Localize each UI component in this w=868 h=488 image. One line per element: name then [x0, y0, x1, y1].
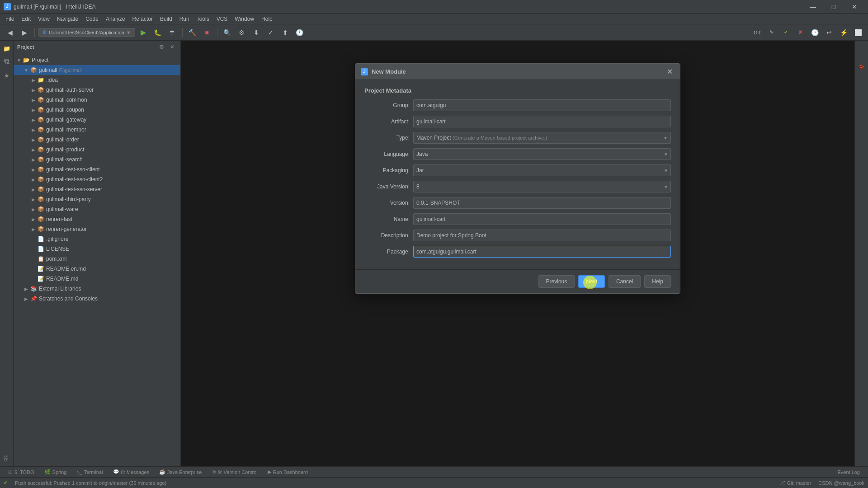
- tree-arrow: ▶: [30, 207, 37, 212]
- power-save-btn[interactable]: ⚡: [837, 26, 850, 39]
- database-btn[interactable]: 🗄: [1, 453, 13, 465]
- project-panel-header: Project ⚙ ✕: [14, 41, 180, 53]
- toolbar-forward-btn[interactable]: ▶: [18, 26, 31, 39]
- tree-item-gitignore[interactable]: 📄 .gitignore: [14, 234, 180, 244]
- language-select[interactable]: Java Kotlin Groovy: [413, 148, 671, 160]
- menu-view[interactable]: View: [34, 15, 53, 23]
- tree-item-renren-generator[interactable]: ▶ 📦 renren-generator: [14, 224, 180, 234]
- close-button[interactable]: ✕: [844, 0, 864, 13]
- tab-run-dashboard[interactable]: ▶ Run Dashboard: [263, 468, 312, 477]
- undo-btn[interactable]: ↩: [823, 26, 835, 39]
- tree-item-readme[interactable]: 📝 README.md: [14, 274, 180, 284]
- menu-vcs[interactable]: VCS: [213, 15, 231, 23]
- tree-item-gulimall[interactable]: ▼ 📦 gulimall F:\gulimall: [14, 65, 180, 75]
- vcs-push-btn[interactable]: ⬆: [279, 26, 292, 39]
- tree-item-renren-fast[interactable]: ▶ 📦 renren-fast: [14, 214, 180, 224]
- vcs-history-btn[interactable]: 🕐: [293, 26, 306, 39]
- version-input[interactable]: [413, 197, 671, 209]
- tree-item-product[interactable]: ▶ 📦 gulimall-product: [14, 145, 180, 155]
- menu-code[interactable]: Code: [82, 15, 102, 23]
- tree-item-search[interactable]: ▶ 📦 gulimall-search: [14, 155, 180, 164]
- type-selector[interactable]: Maven Project (Generate a Maven based pr…: [413, 132, 671, 144]
- tab-java-enterprise[interactable]: ☕ Java Enterprise: [155, 468, 206, 477]
- packaging-select[interactable]: Jar War: [413, 164, 671, 176]
- tree-item-gateway[interactable]: ▶ 📦 gulimall-gateway: [14, 115, 180, 125]
- search-everywhere-btn[interactable]: 🔍: [221, 26, 234, 39]
- panel-settings-btn[interactable]: ⚙: [157, 42, 166, 52]
- run-configuration-selector[interactable]: ⚙ GulimallTestSsoClient2Application ▼: [38, 28, 135, 37]
- tree-item-third-party[interactable]: ▶ 📦 gulimall-third-party: [14, 194, 180, 204]
- tree-item-project[interactable]: ▼ 📂 Project: [14, 55, 180, 65]
- tab-terminal[interactable]: >_ Terminal: [72, 468, 107, 477]
- tree-item-external-libs[interactable]: ▶ 📚 External Libraries: [14, 284, 180, 294]
- menu-analyze[interactable]: Analyze: [102, 15, 129, 23]
- settings-btn[interactable]: ⚙: [236, 26, 248, 39]
- name-input[interactable]: [413, 213, 671, 225]
- tab-todo[interactable]: ☑ 6: TODO: [4, 468, 39, 477]
- tree-label: .idea: [46, 77, 58, 83]
- group-row: Group:: [364, 99, 671, 111]
- artifact-label: Artifact:: [364, 118, 410, 125]
- tree-item-sso-client[interactable]: ▶ 📦 gulimall-test-sso-client: [14, 164, 180, 174]
- menu-edit[interactable]: Edit: [18, 15, 34, 23]
- tree-item-scratches[interactable]: ▶ 📌 Scratches and Consoles: [14, 294, 180, 304]
- menu-window[interactable]: Window: [231, 15, 258, 23]
- tree-item-license[interactable]: 📄 LICENSE: [14, 244, 180, 254]
- help-button[interactable]: Help: [644, 275, 671, 288]
- tree-item-pom[interactable]: 📋 pom.xml: [14, 254, 180, 264]
- vcs-update-btn[interactable]: ⬇: [250, 26, 263, 39]
- git-check-btn[interactable]: ✔: [779, 26, 792, 39]
- dialog-close-button[interactable]: ✕: [665, 67, 675, 76]
- minimize-button[interactable]: —: [803, 0, 823, 13]
- run-button[interactable]: ▶: [137, 26, 150, 39]
- tree-arrow: ▶: [23, 286, 30, 291]
- tree-item-ware[interactable]: ▶ 📦 gulimall-ware: [14, 204, 180, 214]
- tree-item-sso-client2[interactable]: ▶ 📦 gulimall-test-sso-client2: [14, 174, 180, 184]
- tree-item-auth-server[interactable]: ▶ 📦 gulimall-auth-server: [14, 85, 180, 95]
- build-btn[interactable]: 🔨: [186, 26, 199, 39]
- tab-spring[interactable]: 🌿 Spring: [40, 468, 71, 477]
- tree-item-order[interactable]: ▶ 📦 gulimall-order: [14, 135, 180, 145]
- panel-close-btn[interactable]: ✕: [168, 42, 177, 52]
- next-button[interactable]: Next: [578, 275, 605, 288]
- tree-arrow: ▶: [30, 98, 37, 103]
- tree-item-sso-server[interactable]: ▶ 📦 gulimall-test-sso-server: [14, 184, 180, 194]
- git-clock-btn[interactable]: 🕐: [808, 26, 821, 39]
- menu-navigate[interactable]: Navigate: [53, 15, 82, 23]
- favorites-btn[interactable]: ★: [1, 70, 13, 81]
- menu-help[interactable]: Help: [258, 15, 276, 23]
- tab-event-log[interactable]: Event Log: [833, 468, 864, 477]
- structure-btn[interactable]: 🏗: [1, 56, 13, 68]
- layout-btn[interactable]: ⬜: [852, 26, 864, 39]
- description-input[interactable]: [413, 230, 671, 241]
- tree-item-coupon[interactable]: ▶ 📦 gulimall-coupon: [14, 105, 180, 115]
- git-x-btn[interactable]: ✘: [794, 26, 807, 39]
- tree-item-common[interactable]: ▶ 📦 gulimall-common: [14, 95, 180, 105]
- previous-button[interactable]: Previous: [538, 275, 575, 288]
- tree-item-idea[interactable]: ▶ 📁 .idea: [14, 75, 180, 85]
- tree-item-readme-en[interactable]: 📝 README.en.md: [14, 264, 180, 274]
- menu-refactor[interactable]: Refactor: [129, 15, 156, 23]
- bean-validation-btn[interactable]: 🫘: [856, 61, 868, 72]
- tab-version-control[interactable]: ⑨ 9: Version Control: [207, 468, 262, 477]
- toolbar-back-btn[interactable]: ◀: [4, 26, 16, 39]
- run-with-coverage-btn[interactable]: ☂: [166, 26, 179, 39]
- maximize-button[interactable]: □: [824, 0, 844, 13]
- project-view-btn[interactable]: 📁: [1, 42, 13, 54]
- package-input[interactable]: [413, 246, 671, 258]
- menu-run[interactable]: Run: [176, 15, 193, 23]
- java-version-select[interactable]: 8 11 17: [413, 181, 671, 192]
- git-action-btn[interactable]: ✎: [765, 26, 778, 39]
- stop-btn[interactable]: ■: [201, 26, 213, 39]
- group-input[interactable]: [413, 99, 671, 111]
- debug-button[interactable]: 🐛: [151, 26, 164, 39]
- vcs-commit-btn[interactable]: ✓: [264, 26, 277, 39]
- menu-build[interactable]: Build: [156, 15, 176, 23]
- cancel-button[interactable]: Cancel: [609, 275, 641, 288]
- tab-messages[interactable]: 💬 0: Messages: [108, 468, 154, 477]
- artifact-input[interactable]: [413, 116, 671, 127]
- tree-item-member[interactable]: ▶ 📦 gulimall-member: [14, 125, 180, 135]
- git-branch-status[interactable]: ⎇ Git: master: [779, 480, 811, 486]
- menu-tools[interactable]: Tools: [193, 15, 213, 23]
- menu-file[interactable]: File: [2, 15, 18, 23]
